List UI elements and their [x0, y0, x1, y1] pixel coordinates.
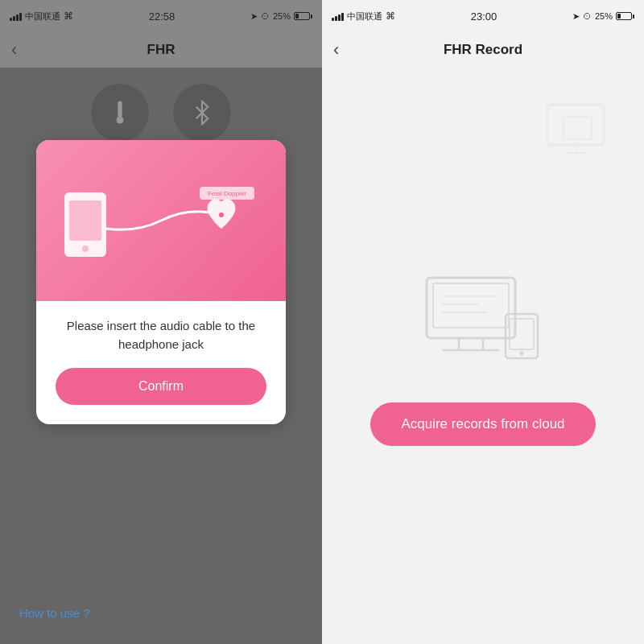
svg-rect-13 — [427, 278, 515, 338]
battery-icon-right — [616, 12, 634, 20]
location-icon-left: ➤ — [250, 11, 258, 22]
nav-bar-right: ‹ FHR Record — [322, 32, 644, 68]
cloud-illustration — [411, 266, 555, 370]
svg-point-4 — [82, 246, 89, 252]
bg-pattern — [539, 97, 620, 164]
svg-point-20 — [520, 352, 524, 356]
status-bar-left: 中国联通 ⌘ 22:58 ➤ ⏲ 25% — [0, 0, 322, 32]
right-screen: 中国联通 ⌘ 23:00 ➤ ⏲ 25% ‹ FHR Record — [322, 0, 644, 644]
svg-point-5 — [219, 213, 224, 217]
status-bar-right: 中国联通 ⌘ 23:00 ➤ ⏲ 25% — [322, 0, 644, 32]
back-button-right[interactable]: ‹ — [333, 39, 339, 60]
svg-rect-9 — [564, 117, 592, 139]
back-button-left[interactable]: ‹ — [11, 39, 17, 60]
acquire-records-button[interactable]: Acquire records from cloud — [370, 402, 596, 446]
modal-overlay: Fetal Doppler Please insert the audio ca… — [0, 68, 322, 644]
carrier-left: 中国联通 — [25, 10, 60, 23]
carrier-right: 中国联通 — [347, 10, 382, 23]
modal-card: Fetal Doppler Please insert the audio ca… — [36, 140, 286, 424]
signal-icon — [10, 11, 22, 21]
nav-title-right: FHR Record — [444, 42, 522, 58]
left-screen: 中国联通 ⌘ 22:58 ➤ ⏲ 25% ‹ FHR — [0, 0, 322, 644]
how-to-use-link[interactable]: How to use ? — [19, 606, 90, 620]
battery-label-right: 25% — [595, 11, 613, 21]
wifi-icon-left: ⌘ — [64, 10, 73, 22]
nav-bar-left: ‹ FHR — [0, 32, 322, 68]
time-left: 22:58 — [149, 10, 175, 23]
alarm-icon-left: ⏲ — [261, 11, 270, 21]
svg-rect-19 — [510, 319, 534, 349]
location-icon-right: ➤ — [572, 11, 580, 22]
svg-text:Fetal Doppler: Fetal Doppler — [208, 190, 246, 197]
time-right: 23:00 — [471, 10, 497, 23]
modal-instruction-text: Please insert the audio cable to the hea… — [56, 317, 266, 353]
modal-illustration: Fetal Doppler — [36, 140, 286, 301]
svg-rect-14 — [433, 283, 509, 328]
confirm-button[interactable]: Confirm — [56, 368, 266, 405]
left-content: Fetal Doppler Please insert the audio ca… — [0, 68, 322, 644]
wifi-icon-right: ⌘ — [386, 10, 395, 22]
battery-icon-left — [294, 12, 312, 20]
battery-label-left: 25% — [273, 11, 291, 21]
alarm-icon-right: ⏲ — [583, 11, 592, 21]
nav-title-left: FHR — [147, 42, 175, 58]
svg-rect-3 — [69, 200, 101, 241]
signal-icon-right — [332, 11, 344, 21]
modal-body: Please insert the audio cable to the hea… — [36, 301, 286, 424]
